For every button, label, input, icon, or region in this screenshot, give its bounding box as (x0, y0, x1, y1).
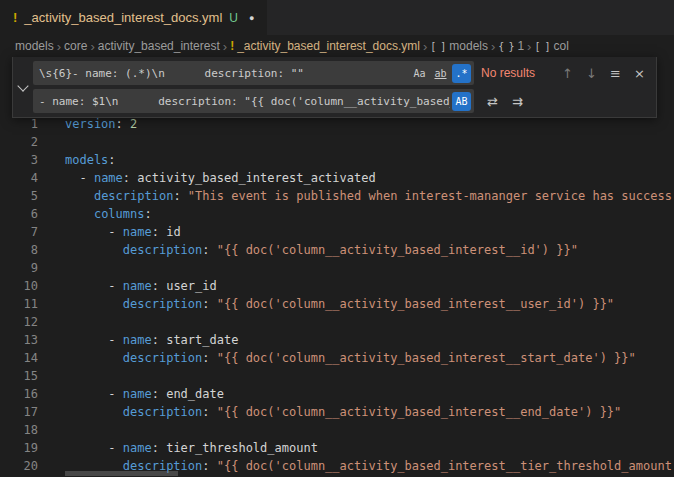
next-match-button[interactable]: ↓ (581, 63, 602, 84)
code-token: - (65, 225, 123, 239)
code-token (65, 189, 94, 203)
line-number: 8 (0, 241, 38, 259)
code-line-2: 2 (0, 133, 674, 151)
tab-bar: ! _activity_based_interest_docs.yml U ● (0, 0, 674, 35)
editor-lines[interactable]: 1version: 223models:4 - name: activity_b… (0, 115, 674, 475)
code-text: description: "This event is published wh… (65, 187, 674, 205)
toggle-replace-button[interactable] (13, 57, 33, 117)
code-text: - name: activity_based_interest_activate… (65, 169, 674, 187)
replace-button[interactable]: ⇄ (482, 91, 503, 112)
code-line-9: 9 (0, 259, 674, 277)
line-number: 17 (0, 403, 38, 421)
code-token (65, 351, 123, 365)
code-token: "{{ doc('column__activity_based_interest… (217, 243, 578, 257)
replace-all-button[interactable]: ⇉ (507, 91, 528, 112)
code-token: description (123, 405, 202, 419)
code-token: : (202, 405, 216, 419)
code-line-15: 15 (0, 367, 674, 385)
code-text: description: "{{ doc('column__activity_b… (65, 403, 674, 421)
breadcrumb-item-core[interactable]: core (64, 39, 87, 53)
code-token: - (65, 387, 123, 401)
line-number: 3 (0, 151, 38, 169)
code-token: : (202, 459, 216, 473)
breadcrumb-separator: › (423, 39, 427, 54)
code-token (65, 405, 123, 419)
code-token: name (123, 387, 152, 401)
horizontal-scrollbar[interactable] (65, 471, 178, 476)
find-row: \s{6}- name: (.*)\n description: "" Aa a… (33, 61, 652, 85)
breadcrumb-item-models[interactable]: [ ]models (430, 39, 488, 53)
code-line-14: 14 description: "{{ doc('column__activit… (0, 349, 674, 367)
code-text: - name: id (65, 223, 674, 241)
breadcrumb-label: models (449, 39, 488, 53)
code-text (65, 421, 674, 439)
find-widget: \s{6}- name: (.*)\n description: "" Aa a… (12, 57, 657, 118)
code-text: columns: (65, 205, 674, 223)
line-number: 16 (0, 385, 38, 403)
breadcrumb-item-activity_based_interest[interactable]: activity_based_interest (98, 39, 220, 53)
preserve-case-button[interactable]: AB (452, 92, 471, 111)
code-token: : (108, 153, 115, 167)
code-token: id (166, 225, 180, 239)
code-text: - name: start_date (65, 331, 674, 349)
code-token: user_id (166, 279, 217, 293)
find-in-selection-button[interactable]: ≡ (605, 63, 626, 84)
code-line-4: 4 - name: activity_based_interest_activa… (0, 169, 674, 187)
code-line-17: 17 description: "{{ doc('column__activit… (0, 403, 674, 421)
replace-actions: ⇄ ⇉ (482, 91, 528, 112)
code-token: - (65, 171, 94, 185)
breadcrumb-separator: › (57, 39, 61, 54)
code-text: models: (65, 151, 674, 169)
line-number: 5 (0, 187, 38, 205)
code-line-13: 13 - name: start_date (0, 331, 674, 349)
close-button[interactable]: × (629, 63, 650, 84)
code-text (65, 313, 674, 331)
breadcrumb-item-col[interactable]: [ ]col (534, 39, 568, 53)
code-text: - name: user_id (65, 277, 674, 295)
line-number: 20 (0, 457, 38, 475)
line-number: 15 (0, 367, 38, 385)
breadcrumb-separator: › (491, 39, 495, 54)
regex-button[interactable]: .* (452, 64, 471, 83)
code-token: end_date (166, 387, 224, 401)
code-text: description: "{{ doc('column__activity_b… (65, 349, 674, 367)
breadcrumb-label: _activity_based_interest_docs.yml (237, 39, 420, 53)
previous-match-button[interactable]: ↑ (557, 63, 578, 84)
code-text: description: "{{ doc('column__activity_b… (65, 295, 674, 313)
breadcrumb-item-1[interactable]: { }1 (498, 39, 524, 53)
code-line-6: 6 columns: (0, 205, 674, 223)
code-line-3: 3models: (0, 151, 674, 169)
code-text (65, 259, 674, 277)
editor-tab[interactable]: ! _activity_based_interest_docs.yml U ● (0, 0, 267, 35)
line-number: 2 (0, 133, 38, 151)
dirty-indicator-icon[interactable]: ● (249, 13, 254, 23)
match-case-button[interactable]: Aa (410, 64, 429, 83)
breadcrumb-label: col (554, 39, 569, 53)
line-number: 7 (0, 223, 38, 241)
code-token: - (65, 441, 123, 455)
code-token: : (123, 171, 137, 185)
breadcrumb-item-models[interactable]: models (15, 39, 54, 53)
code-token: name (123, 279, 152, 293)
code-line-5: 5 description: "This event is published … (0, 187, 674, 205)
find-input[interactable]: \s{6}- name: (.*)\n description: "" Aa a… (33, 61, 474, 85)
code-token: "{{ doc('column__activity_based_interest… (217, 459, 672, 473)
code-token: : (173, 189, 187, 203)
breadcrumb: models›core›activity_based_interest›!_ac… (0, 35, 674, 57)
code-token: : (152, 333, 166, 347)
code-token: "{{ doc('column__activity_based_interest… (217, 297, 614, 311)
whole-word-button[interactable]: ab (431, 64, 450, 83)
code-token: models (65, 153, 108, 167)
code-token: tier_threshold_amount (166, 441, 318, 455)
code-token: "{{ doc('column__activity_based_interest… (217, 351, 636, 365)
code-token: version (65, 117, 116, 131)
chevron-down-icon (17, 80, 28, 91)
breadcrumb-item-_activity_based_interest_docs.yml[interactable]: !_activity_based_interest_docs.yml (230, 39, 420, 53)
replace-input[interactable]: - name: $1\n description: "{{ doc('colum… (33, 89, 474, 113)
breadcrumb-separator: › (527, 39, 531, 54)
code-token: columns (94, 207, 145, 221)
git-status-badge: U (229, 11, 238, 25)
object-icon: { } (498, 41, 513, 52)
code-token: : (152, 387, 166, 401)
code-token: : (152, 279, 166, 293)
